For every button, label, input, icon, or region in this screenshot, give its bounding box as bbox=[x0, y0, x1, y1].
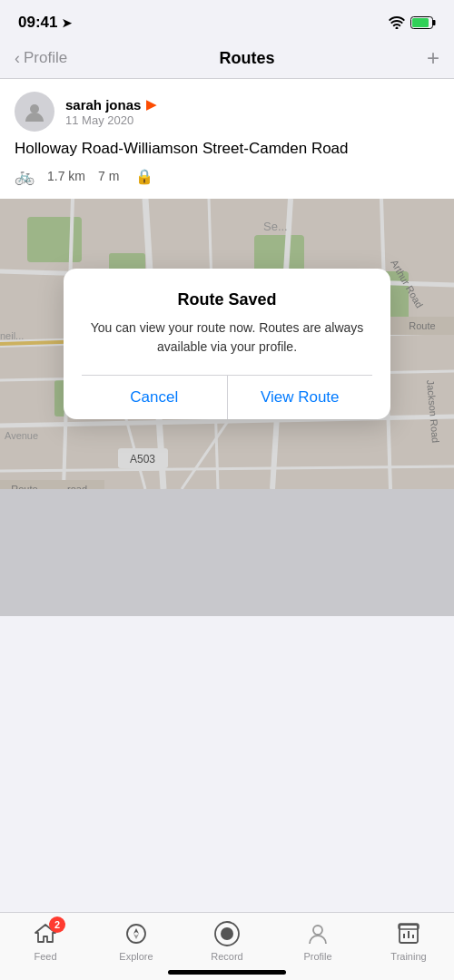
status-icons bbox=[389, 16, 436, 29]
route-distance: 1.7 km bbox=[47, 169, 85, 183]
training-icon bbox=[397, 922, 420, 946]
modal-title: Route Saved bbox=[82, 290, 372, 309]
bike-icon: 🚲 bbox=[15, 166, 35, 186]
status-time: 09:41 ➤ bbox=[18, 14, 72, 32]
training-tab-label: Training bbox=[390, 951, 426, 962]
home-indicator bbox=[168, 970, 286, 975]
route-saved-modal: Route Saved You can view your route now.… bbox=[64, 269, 390, 419]
modal-overlay: Route Saved You can view your route now.… bbox=[0, 199, 454, 489]
cancel-button[interactable]: Cancel bbox=[82, 376, 228, 419]
svg-rect-1 bbox=[433, 20, 436, 25]
user-name: sarah jonas bbox=[65, 97, 141, 113]
record-icon-wrap bbox=[211, 920, 243, 947]
add-button[interactable]: + bbox=[427, 47, 439, 69]
back-label: Profile bbox=[24, 49, 67, 67]
tab-record[interactable]: Record bbox=[182, 920, 272, 962]
feed-tab-label: Feed bbox=[34, 951, 56, 962]
training-icon-wrap bbox=[392, 920, 425, 947]
svg-point-42 bbox=[313, 926, 322, 935]
profile-tab-label: Profile bbox=[303, 951, 331, 962]
nav-bar: ‹ Profile Routes + bbox=[0, 40, 454, 79]
svg-point-37 bbox=[127, 925, 145, 943]
profile-icon bbox=[306, 922, 330, 946]
avatar bbox=[15, 92, 54, 132]
map-bottom bbox=[0, 489, 454, 616]
svg-point-41 bbox=[221, 927, 233, 940]
modal-buttons: Cancel View Route bbox=[82, 375, 372, 419]
battery-icon bbox=[410, 16, 436, 29]
back-button[interactable]: ‹ Profile bbox=[15, 49, 67, 68]
tab-feed[interactable]: 2 Feed bbox=[0, 920, 91, 962]
route-card: sarah jonas ▶ 11 May 2020 Holloway Road-… bbox=[0, 79, 454, 199]
route-stats: 🚲 1.7 km 7 m 🔒 bbox=[15, 166, 439, 186]
map-area: A503 Holloway Route road Route Arthur Ro… bbox=[0, 199, 454, 489]
chevron-left-icon: ‹ bbox=[15, 49, 20, 68]
tab-explore[interactable]: Explore bbox=[91, 920, 182, 962]
route-elevation: 7 m bbox=[98, 169, 119, 183]
svg-marker-39 bbox=[133, 934, 139, 939]
tab-training[interactable]: Training bbox=[363, 920, 454, 962]
svg-marker-38 bbox=[133, 928, 139, 934]
svg-point-3 bbox=[30, 104, 39, 113]
explore-icon-wrap bbox=[120, 920, 153, 947]
page-title: Routes bbox=[220, 49, 275, 68]
modal-message: You can view your route now. Routes are … bbox=[82, 318, 372, 357]
record-icon bbox=[213, 920, 241, 947]
svg-rect-2 bbox=[412, 18, 429, 27]
strava-icon: ▶ bbox=[146, 97, 156, 112]
status-bar: 09:41 ➤ bbox=[0, 0, 454, 40]
compass-icon bbox=[124, 922, 148, 946]
feed-badge: 2 bbox=[49, 916, 65, 933]
profile-icon-wrap bbox=[301, 920, 334, 947]
route-name: Holloway Road-Williamson Street-Camden R… bbox=[15, 139, 439, 159]
route-date: 11 May 2020 bbox=[65, 113, 156, 127]
feed-icon-wrap: 2 bbox=[29, 920, 62, 947]
record-tab-label: Record bbox=[211, 951, 242, 962]
lock-icon: 🔒 bbox=[135, 168, 153, 185]
explore-tab-label: Explore bbox=[119, 951, 153, 962]
wifi-icon bbox=[389, 16, 405, 29]
view-route-button[interactable]: View Route bbox=[228, 376, 373, 419]
tab-profile[interactable]: Profile bbox=[272, 920, 363, 962]
